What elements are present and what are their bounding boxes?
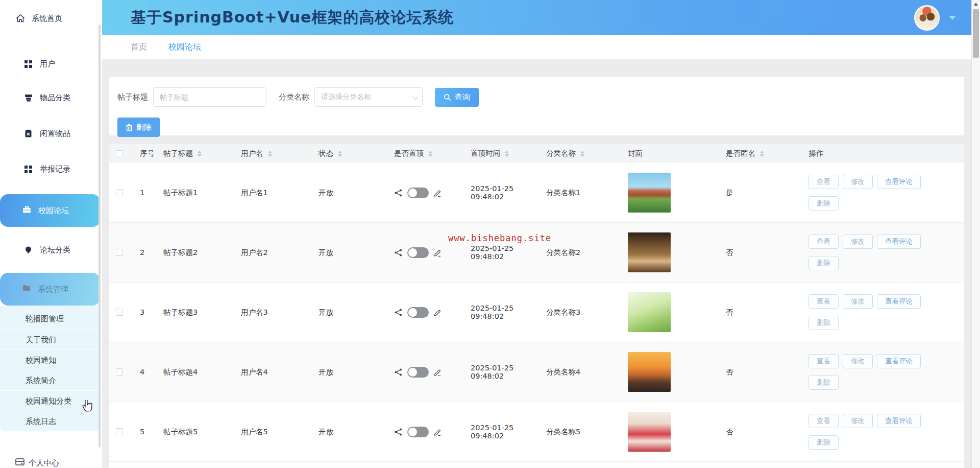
row-index: 1 [135, 189, 158, 197]
edit-pencil-icon[interactable] [433, 189, 442, 197]
view-button[interactable]: 查看 [808, 175, 839, 189]
sidebar-item-forum-category[interactable]: 论坛分类 [0, 234, 102, 266]
tab-home[interactable]: 首页 [131, 42, 147, 53]
sidebar-item-idle-items[interactable]: 闲置物品 [0, 115, 102, 151]
edit-button[interactable]: 修改 [843, 294, 873, 309]
scrollbar-thumb[interactable] [973, 9, 979, 58]
search-panel: 帖子标题 分类名称 请选择分类名称 查询 删除 [109, 77, 964, 135]
sidebar-item-system-management[interactable]: 系统管理 [0, 273, 101, 306]
share-icon[interactable] [394, 189, 403, 197]
grid-icon [23, 165, 33, 174]
cover-image[interactable] [628, 292, 671, 332]
row-checkbox[interactable] [116, 309, 123, 316]
column-header-pin-time[interactable]: 置顶时间 [471, 149, 500, 158]
column-header-anonymous[interactable]: 是否匿名 [726, 149, 755, 158]
view-comments-button[interactable]: 查看评论 [877, 235, 921, 249]
sidebar: 系统首页 用户 物品分类 闲置物品 举报记录 校园论坛 [0, 0, 102, 468]
scrollbar-up-arrow[interactable] [972, 0, 980, 8]
share-icon[interactable] [394, 308, 403, 317]
share-icon[interactable] [394, 428, 403, 436]
view-comments-button[interactable]: 查看评论 [877, 175, 921, 189]
stack-icon [23, 93, 33, 103]
cover-image[interactable] [628, 173, 671, 213]
page-scrollbar[interactable] [971, 0, 980, 468]
delete-row-button[interactable]: 删除 [808, 435, 839, 450]
edit-pencil-icon[interactable] [433, 248, 442, 257]
view-comments-button[interactable]: 查看评论 [877, 354, 921, 368]
submenu-item-campus-notice[interactable]: 校园通知 [0, 349, 101, 370]
row-checkbox[interactable] [116, 249, 123, 256]
submenu-item-about-us[interactable]: 关于我们 [0, 329, 101, 349]
sort-icon[interactable] [760, 151, 764, 157]
sidebar-item-item-category[interactable]: 物品分类 [0, 80, 102, 115]
submenu-item-system-intro[interactable]: 系统简介 [0, 370, 101, 390]
edit-button[interactable]: 修改 [843, 354, 873, 368]
username: 用户名2 [236, 248, 313, 258]
edit-button[interactable]: 修改 [843, 414, 873, 428]
column-header-status[interactable]: 状态 [318, 149, 333, 158]
share-icon[interactable] [394, 248, 403, 257]
clipboard-icon [23, 129, 33, 138]
view-button[interactable]: 查看 [808, 414, 839, 428]
tab-campus-forum[interactable]: 校园论坛 [168, 42, 201, 53]
chevron-down-icon[interactable] [949, 16, 956, 20]
sidebar-item-campus-forum-active[interactable]: 校园论坛 [0, 194, 101, 227]
status: 开放 [313, 427, 389, 437]
delete-row-button[interactable]: 删除 [808, 256, 839, 270]
sidebar-item-users[interactable]: 用户 [0, 48, 102, 80]
sidebar-item-reports[interactable]: 举报记录 [0, 151, 102, 187]
cover-image[interactable] [628, 352, 671, 392]
sort-icon[interactable] [505, 151, 509, 157]
pin-toggle[interactable] [407, 247, 429, 258]
pin-toggle[interactable] [407, 307, 429, 318]
column-header-title[interactable]: 帖子标题 [163, 149, 193, 158]
pin-toggle[interactable] [407, 188, 429, 198]
pin-time: 2025-01-25 09:48:02 [465, 364, 541, 380]
sort-icon[interactable] [428, 151, 432, 157]
delete-button[interactable]: 删除 [117, 118, 160, 137]
row-checkbox[interactable] [116, 189, 123, 196]
view-comments-button[interactable]: 查看评论 [877, 294, 921, 309]
submenu-item-carousel[interactable]: 轮播图管理 [0, 309, 101, 329]
delete-row-button[interactable]: 删除 [808, 376, 839, 390]
pin-toggle[interactable] [407, 427, 429, 437]
sort-icon[interactable] [580, 151, 584, 157]
share-icon[interactable] [394, 368, 403, 377]
delete-row-button[interactable]: 删除 [808, 316, 839, 330]
column-header-username[interactable]: 用户名 [241, 149, 263, 158]
select-all-checkbox[interactable] [116, 150, 123, 157]
row-checkbox[interactable] [116, 368, 123, 376]
row-checkbox[interactable] [116, 428, 123, 435]
submenu-item-system-log[interactable]: 系统日志 [0, 411, 101, 431]
category-select[interactable]: 请选择分类名称 [314, 87, 423, 107]
sidebar-item-personal-center[interactable]: 个人中心 [15, 458, 59, 468]
sort-icon[interactable] [338, 151, 342, 157]
sort-icon[interactable] [198, 151, 202, 157]
view-comments-button[interactable]: 查看评论 [877, 414, 921, 428]
grid-icon [23, 59, 33, 69]
view-button[interactable]: 查看 [808, 235, 839, 249]
sidebar-item-label: 系统管理 [38, 285, 68, 294]
edit-button[interactable]: 修改 [843, 175, 873, 189]
pin-toggle[interactable] [407, 367, 429, 378]
edit-pencil-icon[interactable] [433, 308, 442, 317]
query-button[interactable]: 查询 [435, 88, 479, 107]
sidebar-item-home[interactable]: 系统首页 [0, 8, 62, 29]
avatar[interactable] [914, 5, 940, 31]
column-header-pinned[interactable]: 是否置顶 [394, 149, 424, 158]
edit-pencil-icon[interactable] [433, 368, 442, 377]
cover-image[interactable] [628, 232, 671, 272]
sidebar-scrollbar-thumb[interactable] [99, 25, 101, 448]
post-title: 帖子标题3 [158, 308, 236, 317]
view-button[interactable]: 查看 [808, 354, 839, 368]
sidebar-item-label: 个人中心 [29, 458, 59, 468]
cover-image[interactable] [628, 412, 671, 452]
sort-icon[interactable] [268, 151, 272, 157]
post-title-input[interactable] [153, 87, 266, 107]
column-header-category[interactable]: 分类名称 [546, 149, 576, 158]
username: 用户名1 [236, 188, 313, 198]
view-button[interactable]: 查看 [808, 294, 839, 309]
edit-button[interactable]: 修改 [843, 235, 873, 249]
edit-pencil-icon[interactable] [433, 428, 442, 436]
delete-row-button[interactable]: 删除 [808, 196, 839, 210]
